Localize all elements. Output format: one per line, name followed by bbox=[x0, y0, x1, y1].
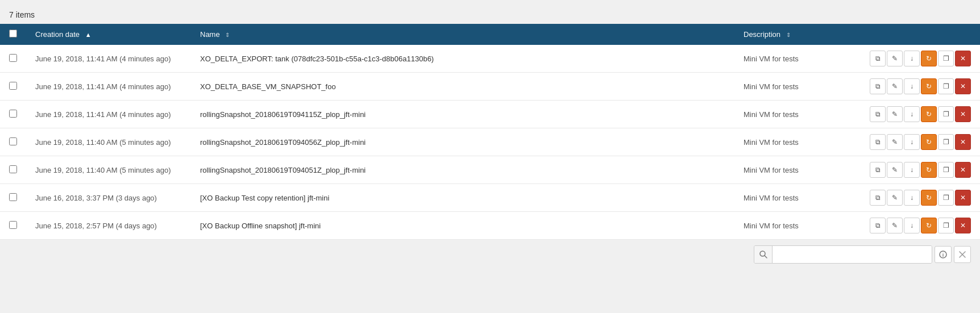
svg-line-1 bbox=[765, 256, 767, 258]
select-all-checkbox[interactable] bbox=[9, 30, 17, 37]
row-checkbox[interactable] bbox=[9, 221, 17, 229]
items-count: 7 items bbox=[0, 6, 980, 24]
edit-button[interactable]: ✎ bbox=[887, 190, 903, 206]
download-button[interactable]: ↓ bbox=[904, 190, 920, 206]
row-actions: ⧉✎↓↻❐✕ bbox=[859, 101, 980, 128]
row-description: Mini VM for tests bbox=[734, 128, 859, 156]
edit-button[interactable]: ✎ bbox=[887, 106, 903, 122]
copy-button[interactable]: ⧉ bbox=[870, 162, 886, 178]
sort-asc-icon: ▲ bbox=[85, 31, 92, 38]
restore-button[interactable]: ↻ bbox=[921, 162, 937, 178]
row-name: [XO Backup Test copy retention] jft-mini bbox=[191, 184, 734, 212]
creation-date-header[interactable]: Creation date ▲ bbox=[26, 24, 191, 45]
edit-button[interactable]: ✎ bbox=[887, 51, 903, 66]
row-creation-date: June 19, 2018, 11:41 AM (4 minutes ago) bbox=[26, 45, 191, 73]
clone-button[interactable]: ❐ bbox=[938, 106, 954, 122]
table-row: June 19, 2018, 11:41 AM (4 minutes ago)X… bbox=[0, 73, 980, 101]
copy-button[interactable]: ⧉ bbox=[870, 51, 886, 66]
row-checkbox[interactable] bbox=[9, 165, 17, 173]
checkbox-header bbox=[0, 24, 26, 45]
main-container: 7 items Creation date ▲ Name ⇕ Descripti… bbox=[0, 0, 980, 313]
row-actions: ⧉✎↓↻❐✕ bbox=[859, 128, 980, 156]
edit-button[interactable]: ✎ bbox=[887, 162, 903, 178]
row-checkbox[interactable] bbox=[9, 193, 17, 201]
row-creation-date: June 19, 2018, 11:40 AM (5 minutes ago) bbox=[26, 128, 191, 156]
restore-button[interactable]: ↻ bbox=[921, 218, 937, 233]
search-icon-button[interactable] bbox=[754, 246, 773, 263]
description-header[interactable]: Description ⇕ bbox=[734, 24, 859, 45]
row-actions: ⧉✎↓↻❐✕ bbox=[859, 184, 980, 212]
table-row: June 19, 2018, 11:40 AM (5 minutes ago)r… bbox=[0, 128, 980, 156]
row-name: rollingSnapshot_20180619T094056Z_plop_jf… bbox=[191, 128, 734, 156]
delete-button[interactable]: ✕ bbox=[955, 106, 971, 122]
table-header-row: Creation date ▲ Name ⇕ Description ⇕ bbox=[0, 24, 980, 45]
edit-button[interactable]: ✎ bbox=[887, 78, 903, 94]
svg-text:i: i bbox=[942, 252, 944, 258]
restore-button[interactable]: ↻ bbox=[921, 78, 937, 94]
restore-button[interactable]: ↻ bbox=[921, 106, 937, 122]
row-description: Mini VM for tests bbox=[734, 184, 859, 212]
name-header[interactable]: Name ⇕ bbox=[191, 24, 734, 45]
row-description: Mini VM for tests bbox=[734, 156, 859, 184]
download-button[interactable]: ↓ bbox=[904, 134, 920, 150]
clone-button[interactable]: ❐ bbox=[938, 134, 954, 150]
row-checkbox-cell bbox=[0, 212, 26, 240]
clone-button[interactable]: ❐ bbox=[938, 218, 954, 233]
clone-button[interactable]: ❐ bbox=[938, 190, 954, 206]
delete-button[interactable]: ✕ bbox=[955, 162, 971, 178]
restore-button[interactable]: ↻ bbox=[921, 134, 937, 150]
row-checkbox[interactable] bbox=[9, 137, 17, 145]
row-actions: ⧉✎↓↻❐✕ bbox=[859, 45, 980, 73]
delete-button[interactable]: ✕ bbox=[955, 78, 971, 94]
snapshots-table: Creation date ▲ Name ⇕ Description ⇕ Jun… bbox=[0, 24, 980, 240]
row-creation-date: June 16, 2018, 3:37 PM (3 days ago) bbox=[26, 184, 191, 212]
search-input[interactable] bbox=[773, 246, 932, 263]
close-icon bbox=[959, 251, 966, 258]
row-checkbox[interactable] bbox=[9, 54, 17, 62]
restore-button[interactable]: ↻ bbox=[921, 51, 937, 66]
row-description: Mini VM for tests bbox=[734, 101, 859, 128]
row-name: rollingSnapshot_20180619T094115Z_plop_jf… bbox=[191, 101, 734, 128]
info-button[interactable]: i bbox=[935, 246, 952, 263]
actions-header bbox=[859, 24, 980, 45]
row-checkbox-cell bbox=[0, 73, 26, 101]
table-row: June 15, 2018, 2:57 PM (4 days ago)[XO B… bbox=[0, 212, 980, 240]
edit-button[interactable]: ✎ bbox=[887, 218, 903, 233]
download-button[interactable]: ↓ bbox=[904, 162, 920, 178]
download-button[interactable]: ↓ bbox=[904, 78, 920, 94]
row-checkbox[interactable] bbox=[9, 110, 17, 118]
description-sort-icon: ⇕ bbox=[786, 32, 791, 38]
row-checkbox-cell bbox=[0, 45, 26, 73]
row-checkbox-cell bbox=[0, 184, 26, 212]
clone-button[interactable]: ❐ bbox=[938, 51, 954, 66]
description-label: Description bbox=[744, 30, 780, 39]
name-label: Name bbox=[200, 30, 220, 39]
table-row: June 19, 2018, 11:40 AM (5 minutes ago)r… bbox=[0, 156, 980, 184]
restore-button[interactable]: ↻ bbox=[921, 190, 937, 206]
row-actions: ⧉✎↓↻❐✕ bbox=[859, 156, 980, 184]
row-name: rollingSnapshot_20180619T094051Z_plop_jf… bbox=[191, 156, 734, 184]
row-name: XO_DELTA_EXPORT: tank (078dfc23-501b-c55… bbox=[191, 45, 734, 73]
copy-button[interactable]: ⧉ bbox=[870, 106, 886, 122]
copy-button[interactable]: ⧉ bbox=[870, 78, 886, 94]
copy-button[interactable]: ⧉ bbox=[870, 190, 886, 206]
download-button[interactable]: ↓ bbox=[904, 51, 920, 66]
clone-button[interactable]: ❐ bbox=[938, 162, 954, 178]
download-button[interactable]: ↓ bbox=[904, 106, 920, 122]
edit-button[interactable]: ✎ bbox=[887, 134, 903, 150]
delete-button[interactable]: ✕ bbox=[955, 134, 971, 150]
table-body: June 19, 2018, 11:41 AM (4 minutes ago)X… bbox=[0, 45, 980, 240]
clone-button[interactable]: ❐ bbox=[938, 78, 954, 94]
delete-button[interactable]: ✕ bbox=[955, 190, 971, 206]
row-checkbox[interactable] bbox=[9, 82, 17, 90]
clear-search-button[interactable] bbox=[954, 246, 971, 263]
row-creation-date: June 19, 2018, 11:40 AM (5 minutes ago) bbox=[26, 156, 191, 184]
row-actions: ⧉✎↓↻❐✕ bbox=[859, 73, 980, 101]
delete-button[interactable]: ✕ bbox=[955, 218, 971, 233]
delete-button[interactable]: ✕ bbox=[955, 51, 971, 66]
copy-button[interactable]: ⧉ bbox=[870, 134, 886, 150]
row-creation-date: June 15, 2018, 2:57 PM (4 days ago) bbox=[26, 212, 191, 240]
copy-button[interactable]: ⧉ bbox=[870, 218, 886, 233]
row-checkbox-cell bbox=[0, 128, 26, 156]
download-button[interactable]: ↓ bbox=[904, 218, 920, 233]
